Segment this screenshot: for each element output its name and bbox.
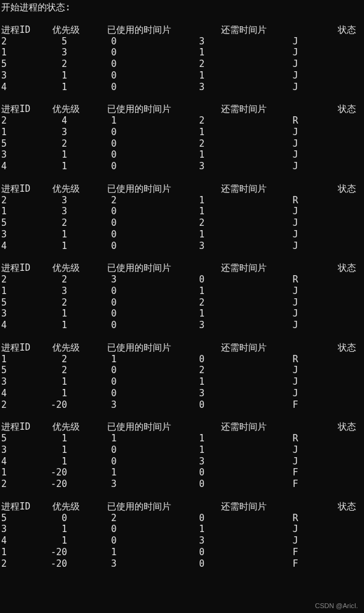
table-header-row: 进程ID 优先级 已使用的时间片 还需时间片 状态 (1, 24, 363, 36)
table-header-row: 进程ID 优先级 已使用的时间片 还需时间片 状态 (1, 421, 363, 433)
table-row: 3 1 0 1 J (1, 229, 363, 240)
table-row: 1 3 0 1 J (1, 127, 363, 138)
table-row: 1 3 0 1 J (1, 285, 363, 297)
table-row: 1 -20 1 0 F (1, 467, 363, 478)
table-row: 5 2 0 2 J (1, 217, 363, 229)
table-row: 3 1 0 1 J (1, 70, 363, 82)
table-header-row: 进程ID 优先级 已使用的时间片 还需时间片 状态 (1, 103, 363, 115)
table-row: 2 -20 3 0 F (1, 478, 363, 490)
table-row: 4 1 0 3 J (1, 240, 363, 252)
table-row: 5 0 2 0 R (1, 513, 363, 524)
table-row: 2 5 0 3 J (1, 36, 363, 47)
table-row: 5 2 0 2 J (1, 138, 363, 150)
table-block: 进程ID 优先级 已使用的时间片 还需时间片 状态2 5 0 3 J1 3 0 … (1, 24, 363, 93)
table-row: 2 -20 3 0 F (1, 399, 363, 411)
terminal-output: 开始进程的状态: 进程ID 优先级 已使用的时间片 还需时间片 状态2 5 0 … (0, 0, 364, 582)
table-row: 4 1 0 3 J (1, 161, 363, 172)
table-block: 进程ID 优先级 已使用的时间片 还需时间片 状态2 2 3 0 R1 3 0 … (1, 262, 363, 331)
blocks-container: 进程ID 优先级 已使用的时间片 还需时间片 状态2 5 0 3 J1 3 0 … (1, 24, 363, 570)
table-row: 3 1 0 1 J (1, 376, 363, 388)
title-line: 开始进程的状态: (1, 2, 363, 13)
table-header-row: 进程ID 优先级 已使用的时间片 还需时间片 状态 (1, 262, 363, 274)
table-row: 1 -20 1 0 F (1, 547, 363, 558)
table-block: 进程ID 优先级 已使用的时间片 还需时间片 状态5 0 2 0 R3 1 0 … (1, 501, 363, 570)
table-row: 5 2 0 2 J (1, 297, 363, 309)
table-row: 1 3 0 1 J (1, 47, 363, 58)
table-row: 2 3 2 1 R (1, 195, 363, 206)
table-row: 5 2 0 2 J (1, 365, 363, 376)
table-row: 3 1 0 1 J (1, 524, 363, 535)
table-block: 进程ID 优先级 已使用的时间片 还需时间片 状态1 2 1 0 R5 2 0 … (1, 342, 363, 411)
table-block: 进程ID 优先级 已使用的时间片 还需时间片 状态5 1 1 1 R3 1 0 … (1, 421, 363, 490)
table-header-row: 进程ID 优先级 已使用的时间片 还需时间片 状态 (1, 342, 363, 354)
table-row: 3 1 0 1 J (1, 308, 363, 320)
table-row: 5 2 0 2 J (1, 58, 363, 70)
table-row: 4 1 0 3 J (1, 388, 363, 399)
table-row: 5 1 1 1 R (1, 433, 363, 444)
table-row: 1 2 1 0 R (1, 354, 363, 365)
table-block: 进程ID 优先级 已使用的时间片 还需时间片 状态2 4 1 2 R1 3 0 … (1, 103, 363, 172)
table-row: 2 2 3 0 R (1, 274, 363, 285)
table-block: 进程ID 优先级 已使用的时间片 还需时间片 状态2 3 2 1 R1 3 0 … (1, 183, 363, 252)
table-header-row: 进程ID 优先级 已使用的时间片 还需时间片 状态 (1, 183, 363, 195)
table-row: 1 3 0 1 J (1, 206, 363, 217)
table-row: 2 -20 3 0 F (1, 558, 363, 570)
table-row: 4 1 0 3 J (1, 535, 363, 547)
watermark: CSDN @AricI. (315, 602, 358, 611)
table-row: 4 1 0 3 J (1, 320, 363, 331)
table-row: 3 1 0 1 J (1, 444, 363, 456)
table-row: 2 4 1 2 R (1, 115, 363, 127)
table-row: 4 1 0 3 J (1, 456, 363, 468)
table-header-row: 进程ID 优先级 已使用的时间片 还需时间片 状态 (1, 501, 363, 513)
table-row: 3 1 0 1 J (1, 149, 363, 161)
table-row: 4 1 0 3 J (1, 82, 363, 93)
